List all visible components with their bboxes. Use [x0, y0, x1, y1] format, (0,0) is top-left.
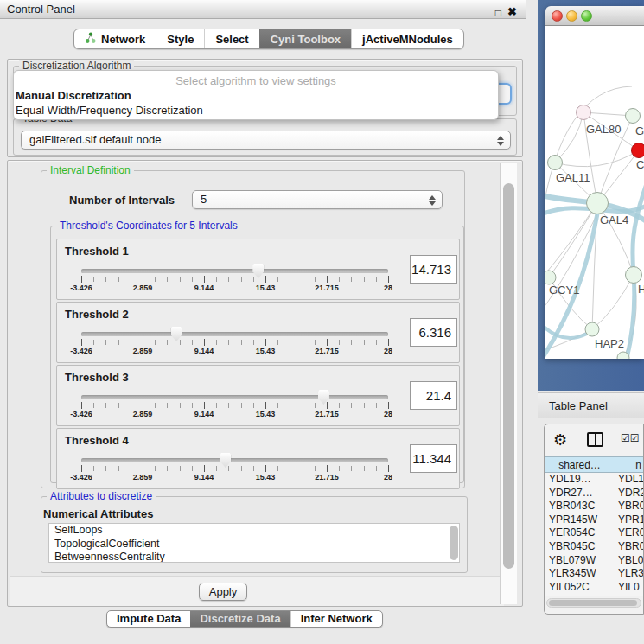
node-h[interactable]	[626, 267, 642, 284]
threshold-1-slider[interactable]	[81, 269, 388, 273]
tab-discretize-data[interactable]: Discretize Data	[190, 611, 290, 627]
tab-network-label: Network	[101, 33, 145, 46]
tab-infer-network[interactable]: Infer Network	[290, 611, 382, 627]
algorithm-hint: Select algorithm to view settings	[14, 73, 498, 88]
gear-icon[interactable]: ⚙	[553, 430, 567, 450]
table-cell[interactable]: YPR1	[615, 513, 643, 527]
tick-label: 9.144	[194, 410, 214, 418]
algorithm-option-equal-width[interactable]: Equal Width/Frequency Discretization	[14, 103, 498, 118]
major-tick	[327, 465, 328, 472]
table-hscrollbar[interactable]	[546, 598, 641, 608]
node-label: C	[636, 158, 644, 171]
panel-scrollbar-thumb[interactable]	[503, 183, 514, 569]
tab-network[interactable]: Network	[74, 29, 156, 48]
table-cell[interactable]: YLR345W	[545, 567, 615, 581]
table-cell[interactable]: YIL052C	[545, 581, 615, 595]
table-row[interactable]: YDL19…YDL1	[545, 473, 643, 487]
table-hscrollbar-thumb[interactable]	[549, 600, 637, 606]
tick-label: -3.426	[70, 347, 92, 355]
node-gcy1[interactable]	[545, 271, 556, 284]
tab-jactivemnodules[interactable]: jActiveMNodules	[351, 29, 463, 48]
table-cell[interactable]: YPR145W	[545, 513, 615, 527]
thresholds-group: Threshold's Coordinates for 5 Intervals …	[50, 226, 464, 483]
node-red-selected[interactable]	[632, 143, 644, 158]
column-header-shared[interactable]: shared…	[545, 457, 615, 472]
node-label: GAL11	[556, 171, 590, 184]
list-scrollbar[interactable]	[450, 526, 458, 560]
tick-label: 2.859	[133, 473, 153, 481]
table-data-combobox[interactable]: galFiltered.sif default node	[21, 131, 511, 150]
threshold-3-value-field[interactable]: 21.4	[410, 381, 457, 410]
checked-checkboxes-icon[interactable]: ☑☑	[621, 432, 640, 444]
network-canvas[interactable]: GAL80 G C GAL11 GAL4 GCY1 H HAP2	[545, 26, 644, 359]
table-row[interactable]: YBR043CYBR0	[545, 500, 643, 513]
table-cell[interactable]: YDL19…	[545, 473, 615, 487]
close-icon[interactable]: ✖	[507, 3, 517, 22]
slider-ticks	[81, 466, 388, 471]
network-window-titlebar[interactable]	[545, 6, 644, 26]
major-tick	[143, 465, 143, 472]
split-column-icon[interactable]	[587, 432, 603, 447]
node-label: H	[638, 283, 644, 296]
table-cell[interactable]: YBR045C	[545, 540, 615, 554]
threshold-4-value-field[interactable]: 11.344	[410, 444, 457, 473]
table-cell[interactable]: YBL079W	[545, 554, 615, 568]
table-cell[interactable]: YER0	[615, 526, 643, 540]
threshold-1-value-field[interactable]: 14.713	[410, 255, 457, 284]
attribute-list-item[interactable]: BetweennessCentrality	[49, 551, 459, 563]
attribute-list-item[interactable]: SelfLoops	[49, 524, 459, 538]
apply-button[interactable]: Apply	[199, 583, 247, 601]
node-g[interactable]	[626, 109, 641, 124]
table-cell[interactable]: YLR3	[615, 567, 643, 581]
node-gal80[interactable]	[577, 105, 591, 120]
table-cell[interactable]: YBR0	[615, 540, 643, 554]
table-row[interactable]: YBL079WYBL0	[545, 554, 643, 568]
slider-ticks	[81, 340, 388, 345]
table-panel: ⚙ ☑☑ shared… n YDL19…YDL1YDR27…YDR2YBR04…	[544, 424, 644, 615]
panel-scrollbar[interactable]	[500, 163, 517, 604]
attribute-list-item[interactable]: TopologicalCoefficient	[49, 538, 459, 552]
table-row[interactable]: YIL052CYIL0	[545, 581, 643, 595]
slider-ticks	[81, 277, 388, 282]
algorithm-option-manual[interactable]: Manual Discretization	[14, 88, 498, 103]
minimize-traffic-light-icon[interactable]	[566, 10, 577, 22]
tab-impute-data[interactable]: Impute Data	[107, 611, 190, 627]
table-cell[interactable]: YBR043C	[545, 500, 615, 513]
table-cell[interactable]: YER054C	[545, 526, 615, 540]
table-rows[interactable]: YDL19…YDL1YDR27…YDR2YBR043CYBR0YPR145WYP…	[545, 473, 643, 596]
close-traffic-light-icon[interactable]	[552, 10, 563, 22]
node-hap2[interactable]	[585, 322, 599, 336]
number-of-intervals-combobox[interactable]: 5	[192, 190, 443, 209]
node-gal11[interactable]	[548, 156, 563, 170]
threshold-3-label: Threshold 3	[65, 371, 129, 384]
table-row[interactable]: YBR045CYBR0	[545, 540, 643, 554]
tab-cyni-toolbox[interactable]: Cyni Toolbox	[259, 29, 351, 48]
tab-select[interactable]: Select	[204, 29, 258, 48]
table-row[interactable]: YER054CYER0	[545, 526, 643, 540]
table-row[interactable]: YLR345WYLR3	[545, 567, 643, 581]
zoom-traffic-light-icon[interactable]	[581, 10, 592, 22]
column-header-name[interactable]: n	[615, 457, 643, 472]
threshold-4-box: Threshold 4 -3.4262.8599.14415.4321.7152…	[56, 428, 460, 489]
node-gal4[interactable]	[587, 193, 609, 214]
numerical-attributes-list[interactable]: SelfLoopsTopologicalCoefficientBetweenne…	[48, 523, 460, 563]
float-window-icon[interactable]: □	[495, 3, 501, 22]
threshold-4-slider[interactable]	[81, 458, 388, 462]
tick-label: 2.859	[133, 347, 153, 355]
table-cell[interactable]: YDR27…	[545, 487, 615, 501]
table-cell[interactable]: YBR0	[615, 500, 643, 513]
threshold-2-value-field[interactable]: 6.316	[410, 318, 457, 347]
table-cell[interactable]: YBL0	[615, 554, 643, 568]
table-row[interactable]: YPR145WYPR1	[545, 513, 643, 527]
table-cell[interactable]: YIL0	[615, 581, 643, 595]
table-cell[interactable]: YDL1	[615, 473, 643, 487]
tick-label: 9.144	[194, 284, 214, 292]
major-tick	[327, 339, 328, 346]
table-row[interactable]: YDR27…YDR2	[545, 487, 643, 501]
tick-label: 21.715	[315, 410, 339, 418]
table-cell[interactable]: YDR2	[615, 487, 643, 501]
threshold-3-slider[interactable]	[81, 395, 388, 399]
threshold-2-slider[interactable]	[81, 332, 388, 336]
tab-style[interactable]: Style	[156, 29, 204, 48]
tick-label: 9.144	[194, 473, 214, 481]
